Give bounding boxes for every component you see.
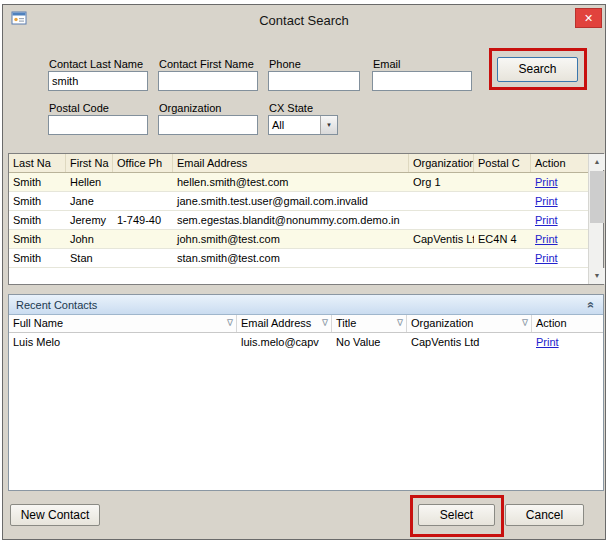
column-header-organization[interactable]: Organization (409, 154, 474, 172)
print-link[interactable]: Print (536, 336, 559, 348)
cell-organization (409, 192, 474, 210)
first-name-label: Contact First Name (159, 58, 254, 70)
cell-email: stan.smith@test.com (173, 249, 409, 267)
column-header-first-name[interactable]: First Na (66, 154, 113, 172)
cell-organization (409, 211, 474, 229)
cell-last-name: Smith (9, 173, 66, 191)
print-link[interactable]: Print (535, 252, 558, 264)
filter-icon[interactable]: ∇ (227, 315, 233, 332)
cell-title: No Value (332, 333, 407, 352)
cell-postal-code (474, 173, 531, 191)
cx-state-value: All (269, 116, 320, 134)
column-header-action[interactable]: Action (532, 315, 603, 332)
collapse-icon[interactable]: » (585, 302, 597, 309)
cell-email: sem.egestas.blandit@nonummy.com.demo.in (173, 211, 409, 229)
close-button[interactable]: ✕ (575, 8, 602, 28)
recent-contacts-title: Recent Contacts (16, 299, 97, 311)
postal-code-input[interactable] (48, 115, 148, 135)
cell-organization: CapVentis Ltd (407, 333, 532, 352)
column-header-title[interactable]: Title ∇ (332, 315, 407, 332)
filter-icon[interactable]: ∇ (322, 315, 328, 332)
cell-email: jane.smith.test.user@gmail.com.invalid (173, 192, 409, 210)
recent-contacts-panel: Recent Contacts » Full Name ∇ Email Addr… (8, 294, 604, 491)
cell-office-phone (113, 192, 173, 210)
column-header-full-name[interactable]: Full Name ∇ (9, 315, 237, 332)
column-header-action[interactable]: Action (531, 154, 588, 172)
column-header-postal-code[interactable]: Postal C (474, 154, 531, 172)
cx-state-label: CX State (269, 102, 313, 114)
phone-input[interactable] (268, 71, 360, 91)
filter-icon[interactable]: ∇ (397, 315, 403, 332)
print-link[interactable]: Print (535, 195, 558, 207)
cx-state-dropdown[interactable]: All ▼ (268, 115, 338, 135)
organization-input[interactable] (158, 115, 258, 135)
table-row[interactable]: Smith Jane jane.smith.test.user@gmail.co… (9, 192, 588, 211)
phone-label: Phone (269, 58, 301, 70)
cell-first-name: Jeremy (66, 211, 113, 229)
email-input[interactable] (372, 71, 472, 91)
cell-organization: Org 1 (409, 173, 474, 191)
cell-postal-code (474, 211, 531, 229)
window-title: Contact Search (3, 13, 605, 28)
last-name-label: Contact Last Name (49, 58, 143, 70)
print-link[interactable]: Print (535, 233, 558, 245)
cell-full-name: Luis Melo (9, 333, 237, 352)
cell-office-phone (113, 173, 173, 191)
table-row[interactable]: Smith Hellen hellen.smith@test.com Org 1… (9, 173, 588, 192)
cell-first-name: Hellen (66, 173, 113, 191)
cell-last-name: Smith (9, 192, 66, 210)
cell-email: luis.melo@capv (237, 333, 332, 352)
results-grid-header: Last Na First Na Office Ph Email Address… (9, 154, 588, 173)
cell-first-name: John (66, 230, 113, 248)
scroll-up-icon[interactable]: ▲ (589, 154, 605, 170)
cell-last-name: Smith (9, 230, 66, 248)
cell-last-name: Smith (9, 211, 66, 229)
cell-email: john.smith@test.com (173, 230, 409, 248)
cell-first-name: Stan (66, 249, 113, 267)
results-scrollbar[interactable]: ▲ ▼ (588, 154, 603, 284)
results-grid: Last Na First Na Office Ph Email Address… (8, 153, 604, 285)
email-label: Email (373, 58, 401, 70)
table-row[interactable]: Luis Melo luis.melo@capv No Value CapVen… (9, 333, 603, 352)
first-name-input[interactable] (158, 71, 258, 91)
cell-organization: CapVentis Lt (409, 230, 474, 248)
column-header-office-phone[interactable]: Office Ph (113, 154, 173, 172)
cancel-button[interactable]: Cancel (505, 504, 584, 526)
cell-organization (409, 249, 474, 267)
cell-first-name: Jane (66, 192, 113, 210)
column-header-organization[interactable]: Organization ∇ (407, 315, 532, 332)
new-contact-button[interactable]: New Contact (10, 504, 100, 526)
cell-postal-code (474, 249, 531, 267)
last-name-input[interactable] (48, 71, 148, 91)
table-row[interactable]: Smith John john.smith@test.com CapVentis… (9, 230, 588, 249)
column-header-last-name[interactable]: Last Na (9, 154, 66, 172)
print-link[interactable]: Print (535, 214, 558, 226)
column-header-email[interactable]: Email Address (173, 154, 409, 172)
scroll-down-icon[interactable]: ▼ (589, 268, 605, 284)
organization-label: Organization (159, 102, 221, 114)
contact-search-dialog: Contact Search ✕ Contact Last Name Conta… (2, 4, 606, 540)
recent-grid-header: Full Name ∇ Email Address ∇ Title ∇ Orga… (9, 315, 603, 333)
titlebar[interactable]: Contact Search ✕ (3, 5, 605, 33)
cell-email: hellen.smith@test.com (173, 173, 409, 191)
cell-postal-code (474, 192, 531, 210)
recent-contacts-header[interactable]: Recent Contacts » (9, 295, 603, 315)
chevron-down-icon[interactable]: ▼ (320, 116, 337, 134)
filter-icon[interactable]: ∇ (522, 315, 528, 332)
results-grid-body: Last Na First Na Office Ph Email Address… (9, 154, 588, 284)
cell-office-phone (113, 230, 173, 248)
cell-postal-code: EC4N 4 (474, 230, 531, 248)
print-link[interactable]: Print (535, 176, 558, 188)
cell-last-name: Smith (9, 249, 66, 267)
select-button[interactable]: Select (418, 504, 495, 526)
table-row[interactable]: Smith Stan stan.smith@test.com Print (9, 249, 588, 268)
cell-office-phone (113, 249, 173, 267)
column-header-email[interactable]: Email Address ∇ (237, 315, 332, 332)
search-button[interactable]: Search (497, 57, 578, 82)
close-icon: ✕ (584, 12, 593, 24)
postal-code-label: Postal Code (49, 102, 109, 114)
scrollbar-thumb[interactable] (590, 171, 604, 223)
cell-office-phone: 1-749-40 (113, 211, 173, 229)
table-row[interactable]: Smith Jeremy 1-749-40 sem.egestas.blandi… (9, 211, 588, 230)
